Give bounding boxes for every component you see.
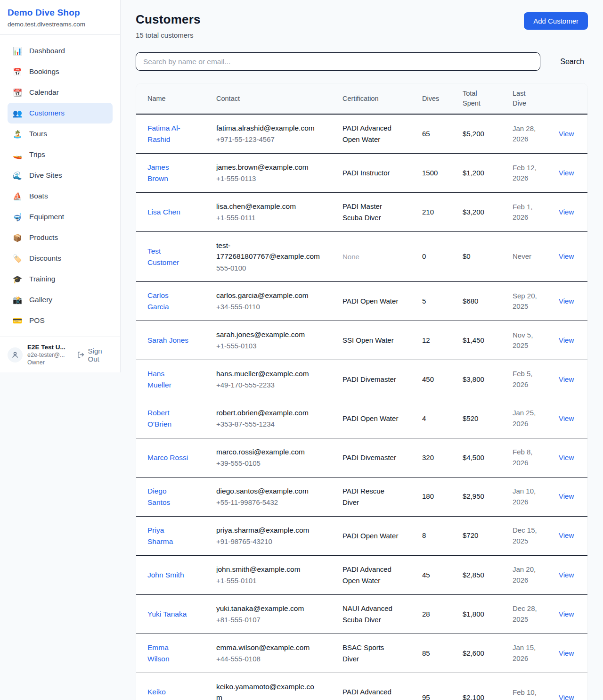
sidebar-item-label: Dashboard (29, 47, 65, 55)
sidebar-item-dashboard[interactable]: 📊 Dashboard (8, 41, 113, 61)
tear-off-calendar-icon: 📆 (12, 88, 23, 97)
search-input[interactable] (136, 52, 540, 71)
customer-last-dive: Never (513, 232, 559, 282)
customer-certification: PADI Open Water (342, 516, 422, 555)
customer-name-link[interactable]: James Brown (147, 162, 190, 184)
view-link[interactable]: View (559, 531, 574, 539)
customer-total-spent: $1,200 (463, 154, 513, 193)
customer-dives: 65 (422, 114, 463, 154)
customer-name-link[interactable]: Yuki Tanaka (147, 609, 187, 620)
sidebar-item-label: POS (29, 316, 45, 325)
camera-icon: 📸 (12, 296, 23, 305)
customer-dives: 450 (422, 360, 463, 399)
customer-email: james.brown@example.com (216, 162, 320, 173)
table-row: Yuki Tanaka yuki.tanaka@example.com +81-… (136, 594, 587, 634)
table-row: Sarah Jones sarah.jones@example.com +1-5… (136, 321, 587, 360)
customer-name-link[interactable]: Test Customer (147, 246, 190, 268)
view-link[interactable]: View (559, 208, 574, 216)
sidebar-item-label: Bookings (29, 67, 59, 76)
view-link[interactable]: View (559, 649, 574, 657)
sidebar-item-customers[interactable]: 👥 Customers (8, 103, 113, 124)
sidebar-item-training[interactable]: 🎓 Training (8, 269, 113, 289)
customer-phone: +49-170-555-2233 (216, 380, 320, 391)
view-link[interactable]: View (559, 492, 574, 500)
sidebar-item-discounts[interactable]: 🏷️ Discounts (8, 248, 113, 269)
sign-out-button[interactable]: Sign Out (77, 347, 113, 363)
sidebar-item-products[interactable]: 📦 Products (8, 227, 113, 248)
page-title: Customers (136, 12, 201, 27)
search-bar: Search (136, 52, 588, 71)
table-row: Diego Santos diego.santos@example.com +5… (136, 477, 587, 516)
customer-phone: +1-555-0113 (216, 173, 320, 184)
table-row: James Brown james.brown@example.com +1-5… (136, 154, 587, 193)
sidebar-item-gallery[interactable]: 📸 Gallery (8, 289, 113, 310)
view-link[interactable]: View (559, 375, 574, 383)
customer-name-link[interactable]: Sarah Jones (147, 335, 188, 346)
view-link[interactable]: View (559, 252, 574, 260)
customer-name-link[interactable]: Diego Santos (147, 486, 190, 508)
sidebar-item-label: Training (29, 275, 55, 283)
customer-dives: 210 (422, 193, 463, 232)
main-content: Customers 15 total customers Add Custome… (121, 0, 603, 700)
view-link[interactable]: View (559, 130, 574, 138)
customer-dives: 5 (422, 282, 463, 321)
customer-email: lisa.chen@example.com (216, 201, 320, 212)
sidebar-item-pos[interactable]: 💳 POS (8, 310, 113, 331)
sidebar-item-dive-sites[interactable]: 🌊 Dive Sites (8, 165, 113, 186)
view-link[interactable]: View (559, 297, 574, 305)
customer-dives: 45 (422, 555, 463, 594)
customer-name-link[interactable]: Lisa Chen (147, 206, 180, 218)
sidebar-item-calendar[interactable]: 📆 Calendar (8, 82, 113, 103)
customer-last-dive: Dec 28, 2025 (513, 594, 559, 634)
view-link[interactable]: View (559, 169, 574, 177)
sign-out-label: Sign Out (88, 347, 113, 363)
sailboat-icon: ⛵ (12, 192, 23, 201)
customer-name-link[interactable]: Fatima Al-Rashid (147, 123, 190, 145)
customer-name-link[interactable]: Robert O'Brien (147, 407, 190, 430)
customer-phone: +353-87-555-1234 (216, 419, 320, 430)
customer-total-spent: $2,850 (463, 555, 513, 594)
customer-name-link[interactable]: Priya Sharma (147, 525, 190, 547)
sidebar-item-label: Boats (29, 192, 48, 200)
search-button[interactable]: Search (556, 58, 588, 66)
customer-certification: PADI Instructor (342, 154, 422, 193)
customer-phone: +81-555-0107 (216, 615, 320, 626)
customer-email: emma.wilson@example.com (216, 642, 320, 653)
view-link[interactable]: View (559, 610, 574, 618)
customer-total-spent: $680 (463, 282, 513, 321)
customer-dives: 28 (422, 594, 463, 634)
customer-name-link[interactable]: Carlos Garcia (147, 290, 190, 313)
package-icon: 📦 (12, 233, 23, 242)
customer-phone: +91-98765-43210 (216, 536, 320, 547)
view-link[interactable]: View (559, 571, 574, 579)
customer-dives: 8 (422, 516, 463, 555)
page-subtitle: 15 total customers (136, 31, 201, 39)
customer-name-link[interactable]: Marco Rossi (147, 452, 188, 463)
customer-name-link[interactable]: Hans Mueller (147, 368, 190, 391)
sidebar-item-equipment[interactable]: 🤿 Equipment (8, 206, 113, 227)
sidebar-item-label: Customers (29, 109, 65, 117)
view-link[interactable]: View (559, 453, 574, 461)
sidebar-item-boats[interactable]: ⛵ Boats (8, 186, 113, 206)
customer-certification: NAUI Advanced Scuba Diver (342, 594, 422, 634)
sidebar-nav: 📊 Dashboard 📅 Bookings 📆 Calendar 👥 Cust… (0, 35, 120, 337)
user-meta: E2E Test U... e2e-tester@... Owner (27, 344, 72, 366)
view-link[interactable]: View (559, 414, 574, 422)
customer-dives: 1500 (422, 154, 463, 193)
view-link[interactable]: View (559, 336, 574, 344)
customer-name-link[interactable]: Keiko Yamamoto (147, 686, 190, 700)
customer-name-link[interactable]: Emma Wilson (147, 642, 190, 665)
customer-name-link[interactable]: John Smith (147, 569, 184, 581)
customer-total-spent: $5,200 (463, 114, 513, 154)
view-link[interactable]: View (559, 693, 574, 700)
customer-phone: +34-555-0110 (216, 302, 320, 313)
add-customer-button[interactable]: Add Customer (524, 12, 588, 30)
table-row: Test Customer test-1772681807767@example… (136, 232, 587, 282)
sidebar-item-tours[interactable]: 🏝️ Tours (8, 124, 113, 144)
sidebar-item-bookings[interactable]: 📅 Bookings (8, 61, 113, 82)
user-role: Owner (27, 359, 72, 366)
customer-total-spent: $3,800 (463, 360, 513, 399)
customer-phone: +44-555-0108 (216, 654, 320, 665)
customer-certification: PADI Open Water (342, 282, 422, 321)
sidebar-item-trips[interactable]: 🚤 Trips (8, 144, 113, 165)
